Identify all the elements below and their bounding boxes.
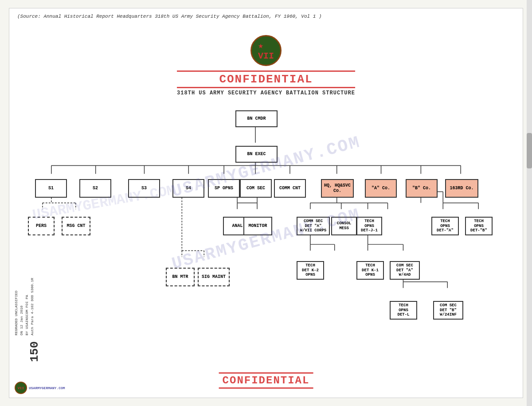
label-sp-opns: SP OPNS (215, 186, 233, 191)
regraded-stamp: REGRADED UNCLASSIFIED ON 12 Jan 2010 BY … (14, 278, 35, 336)
document-page: USARMYGERMANY.COM USARMYGERMANY.COM USAR… (9, 8, 523, 398)
label-tech-opns-det-l: TECH OPNS DET-L (397, 303, 409, 317)
box-tech-det-k2: TECH DET K-2 OPNS (297, 261, 324, 280)
scrollbar-thumb[interactable] (527, 133, 532, 168)
label-bn-cmdr: BN CMDR (247, 116, 266, 121)
box-s2: S2 (79, 179, 111, 198)
logo-text: VII (18, 386, 24, 390)
label-sig-maint: SIG MAINT (202, 274, 226, 280)
box-comm-cnt: COMM CNT (274, 179, 306, 198)
label-s2: S2 (93, 186, 98, 191)
label-tech-opns-det-b: TECH OPNS DET-"B" (470, 219, 487, 233)
confidential-text-top: CONFIDENTIAL (177, 70, 355, 88)
box-bn-exec: BN EXEC (235, 146, 278, 163)
unit-emblem: ★VII (250, 35, 282, 66)
box-com-sec-det-b-24inf: COM SEC DET "B" W/24INF (433, 301, 463, 320)
label-comm-cnt: COMM CNT (279, 186, 301, 191)
label-monitor: MONITOR (248, 223, 267, 229)
confidential-stamp-bottom: CONFIDENTIAL (219, 372, 313, 389)
box-msg-cnt: MSG CNT (62, 217, 90, 235)
emblem-text: ★VII (258, 40, 274, 61)
box-tech-opns-det-a: TECH OPNS DET-"A" (431, 217, 459, 235)
label-s3: S3 (141, 186, 147, 191)
label-comm-sec-det-a: COMM SEC DET "A" W/VII CORPS (300, 219, 326, 233)
label-com-sec: COM SEC (246, 186, 265, 191)
box-com-sec-det-a-4ad: COM SEC DET "A" W/4AD (390, 261, 420, 280)
label-msg-cnt: MSG CNT (66, 223, 85, 229)
box-hq: HQ, HQ&SVC Co. (321, 179, 354, 198)
box-b-co: "B" Co. (406, 179, 438, 198)
usarmy-logo: VII USARMYGERMANY.COM (15, 382, 65, 394)
label-com-sec-det-b-24inf: COM SEC DET "B" W/24INF (440, 303, 457, 317)
box-s3: S3 (128, 179, 160, 198)
box-sig-maint: SIG MAINT (198, 268, 230, 286)
box-163rd: 163RD Co. (445, 179, 478, 198)
label-b-co: "B" Co. (412, 186, 431, 191)
label-tech-det-k1: TECH DET K-1 OPNS (362, 263, 379, 277)
label-consol-mess: CONSOL MESS (337, 221, 351, 231)
label-s4: S4 (186, 186, 191, 191)
box-tech-opns-det-l: TECH OPNS DET-L (390, 301, 417, 320)
box-tech-opns-det-j1: TECH OPNS DET-J-1 (356, 217, 382, 235)
label-tech-opns-det-a: TECH OPNS DET-"A" (437, 219, 454, 233)
label-tech-opns-det-j1: TECH OPNS DET-J-1 (361, 219, 378, 233)
box-monitor: MONITOR (243, 217, 272, 235)
box-s1: S1 (35, 179, 67, 198)
logo-circle: VII (15, 382, 27, 394)
box-bn-mtr: BN MTR (166, 268, 195, 286)
chart-title: 318TH US ARMY SECURITY AGENCY BATTALION … (177, 90, 355, 96)
box-comm-sec-det-a: COMM SEC DET "A" W/VII CORPS (297, 217, 330, 235)
source-close: ) (319, 14, 322, 19)
source-label: (Source: (17, 14, 41, 19)
org-chart: BN CMDR BN EXEC S1 S2 S3 S4 SP OPNS COM … (18, 97, 514, 371)
label-a-co: "A" Co. (372, 186, 390, 191)
box-a-co: "A" Co. (365, 179, 397, 198)
box-consol-mess: CONSOL MESS (331, 217, 357, 235)
source-title: Annual Historical Report Headquarters 31… (43, 14, 316, 19)
label-anal: ANAL (232, 223, 243, 229)
emblem-circle: ★VII (250, 35, 282, 66)
label-pers: PERS (36, 223, 47, 229)
label-bn-exec: BN EXEC (247, 152, 266, 157)
page-number: 150 (28, 341, 41, 362)
box-tech-det-k1: TECH DET K-1 OPNS (356, 261, 384, 280)
box-tech-opns-det-b: TECH OPNS DET-"B" (465, 217, 493, 235)
label-com-sec-det-a-4ad: COM SEC DET "A" W/4AD (396, 263, 413, 277)
logo-label: USARMYGERMANY.COM (29, 386, 65, 390)
label-tech-det-k2: TECH DET K-2 OPNS (302, 263, 319, 277)
box-bn-cmdr: BN CMDR (235, 110, 278, 127)
box-sp-opns: SP OPNS (208, 179, 240, 198)
confidential-stamp-top: CONFIDENTIAL 318TH US ARMY SECURITY AGEN… (177, 70, 355, 96)
label-bn-mtr: BN MTR (172, 274, 188, 280)
box-pers: PERS (28, 217, 55, 235)
box-s4: S4 (172, 179, 204, 198)
label-163rd: 163RD Co. (450, 186, 473, 191)
box-com-sec: COM SEC (240, 179, 272, 198)
regraded-text: REGRADED UNCLASSIFIED ON 12 Jan 2010 BY … (14, 278, 34, 336)
label-hq: HQ, HQ&SVC Co. (324, 183, 351, 194)
source-citation: (Source: Annual Historical Report Headqu… (17, 14, 322, 19)
scrollbar[interactable] (527, 0, 532, 406)
label-s1: S1 (48, 186, 54, 191)
